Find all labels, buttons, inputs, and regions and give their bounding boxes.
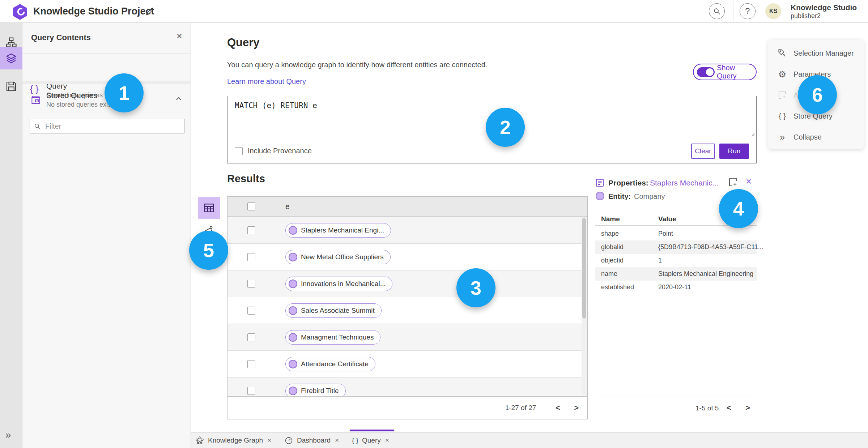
property-row: globalid {5D9B4713-F98D-4A53-A59F-C11...: [595, 240, 757, 254]
row-checkbox[interactable]: [247, 280, 255, 288]
layers-icon: [5, 52, 17, 64]
tab-query-active[interactable]: { } Query ×: [352, 433, 389, 448]
show-query-toggle[interactable]: Show Query: [693, 64, 757, 80]
run-button[interactable]: Run: [719, 144, 749, 159]
table-row[interactable]: Managment Techniques: [227, 324, 587, 351]
save-icon: [5, 80, 17, 93]
annotation-circle-3: 3: [456, 268, 495, 307]
edit-title-button[interactable]: [145, 7, 155, 17]
property-value: 2020-02-11: [658, 283, 691, 291]
tab-close-button[interactable]: ×: [267, 436, 271, 444]
results-pagination: 1-27 of 27 < >: [227, 396, 587, 419]
menu-item-selection-manager[interactable]: Selection Manager: [768, 43, 864, 64]
expand-rail-button[interactable]: »: [5, 430, 11, 441]
properties-close-button[interactable]: ×: [746, 176, 752, 187]
pencil-icon: [145, 7, 155, 17]
top-header: Knowledge Studio Project ? KS Knowledge …: [0, 0, 868, 23]
properties-col-value: Value: [658, 215, 676, 223]
table-row[interactable]: Sales Associate Summit: [227, 297, 587, 324]
project-title: Knowledge Studio Project: [33, 0, 154, 23]
row-checkbox[interactable]: [247, 333, 255, 341]
entity-pill[interactable]: Managment Techniques: [285, 330, 380, 345]
left-icon-rail: »: [0, 23, 22, 448]
query-section-title: Query: [227, 36, 260, 49]
row-checkbox[interactable]: [247, 307, 255, 315]
user-menu[interactable]: Knowledge Studio publisher2: [791, 3, 857, 20]
properties-prev-page-button[interactable]: <: [724, 403, 733, 413]
avatar[interactable]: KS: [765, 3, 781, 19]
property-value: {5D9B4713-F98D-4A53-A59F-C11...: [658, 243, 763, 251]
tab-label: Query: [362, 436, 381, 444]
panel-close-button[interactable]: ×: [176, 31, 182, 42]
help-button[interactable]: ?: [740, 3, 756, 19]
results-pagination-label: 1-27 of 27: [505, 404, 536, 412]
add-to-selection-button[interactable]: [728, 177, 739, 188]
property-name: established: [601, 283, 634, 291]
app-window: Knowledge Studio Project ? KS Knowledge …: [0, 0, 868, 448]
tab-label: Dashboard: [297, 436, 331, 444]
properties-next-page-button[interactable]: >: [743, 403, 752, 413]
tab-knowledge-graph[interactable]: Knowledge Graph ×: [195, 433, 271, 448]
active-tab-indicator: [350, 430, 394, 431]
entity-dot-icon: [289, 387, 297, 395]
property-row: objectid 1: [595, 254, 757, 267]
menu-item-collapse[interactable]: » Collapse: [768, 127, 864, 148]
include-provenance-checkbox[interactable]: [235, 147, 243, 155]
table-scrollbar[interactable]: [582, 217, 587, 395]
contents-button-selected[interactable]: [0, 47, 22, 69]
menu-item-label: Selection Manager: [793, 49, 854, 57]
filter-search-icon: [34, 123, 41, 130]
tab-dashboard[interactable]: Dashboard ×: [284, 433, 339, 448]
results-prev-page-button[interactable]: <: [553, 403, 562, 413]
collapse-section-button[interactable]: [174, 94, 183, 104]
entity-pill-label: Firebird Title: [301, 387, 339, 395]
row-checkbox[interactable]: [247, 226, 255, 234]
tab-close-button[interactable]: ×: [385, 436, 389, 444]
results-title: Results: [227, 173, 265, 185]
properties-entity-link[interactable]: Staplers Mechanic...: [650, 179, 719, 187]
filter-input[interactable]: [44, 122, 180, 131]
entity-pill[interactable]: Staplers Mechanical Engi...: [285, 223, 391, 238]
include-provenance-label: Include Provenance: [248, 147, 312, 155]
select-all-checkbox[interactable]: [247, 202, 255, 210]
toggle-switch: [697, 67, 715, 77]
table-row[interactable]: Innovations in Mechanical...: [227, 270, 587, 297]
scrollbar-thumb[interactable]: [582, 218, 586, 319]
table-row[interactable]: New Metal Office Suppliers: [227, 244, 587, 270]
entity-pill[interactable]: Sales Associate Summit: [285, 303, 382, 318]
row-checkbox[interactable]: [247, 253, 255, 261]
results-table-header: e: [227, 197, 587, 217]
properties-label: Properties:: [608, 179, 648, 187]
table-row[interactable]: Firebird Title: [227, 377, 587, 396]
dashboard-icon: [284, 436, 293, 445]
annotation-circle-6: 6: [798, 75, 837, 114]
table-view-button[interactable]: [198, 197, 220, 219]
entity-pill-label: Attendance Certificate: [301, 360, 369, 368]
query-editor-toolbar: Include Provenance Clear Run: [227, 138, 756, 163]
row-checkbox[interactable]: [247, 360, 255, 368]
clear-button[interactable]: Clear: [691, 144, 715, 159]
bottom-tab-bar: Knowledge Graph × Dashboard × { } Query …: [191, 432, 868, 448]
entity-pill[interactable]: Innovations in Mechanical...: [285, 277, 392, 291]
property-name: globalid: [601, 243, 624, 251]
braces-icon: { }: [352, 436, 358, 444]
search-button[interactable]: [709, 3, 725, 19]
property-name: objectid: [601, 257, 624, 264]
results-next-page-button[interactable]: >: [572, 403, 581, 413]
entity-pill[interactable]: Attendance Certificate: [285, 357, 375, 371]
entity-dot-icon: [289, 333, 297, 342]
table-row[interactable]: Attendance Certificate: [227, 351, 587, 377]
entity-pill-label: Sales Associate Summit: [301, 307, 375, 315]
table-row[interactable]: Staplers Mechanical Engi...: [227, 217, 587, 244]
entity-dot-icon: [289, 226, 297, 235]
filter-box: [30, 119, 184, 133]
entity-pill[interactable]: Firebird Title: [285, 384, 346, 397]
learn-more-link[interactable]: Learn more about Query: [227, 77, 306, 86]
entity-value: Company: [634, 192, 665, 201]
app-logo-icon[interactable]: [13, 4, 27, 20]
save-button[interactable]: [0, 75, 22, 98]
entity-pill[interactable]: New Metal Office Suppliers: [285, 250, 391, 264]
row-checkbox[interactable]: [247, 387, 255, 395]
resize-handle-icon[interactable]: [750, 132, 755, 137]
tab-close-button[interactable]: ×: [335, 436, 339, 444]
